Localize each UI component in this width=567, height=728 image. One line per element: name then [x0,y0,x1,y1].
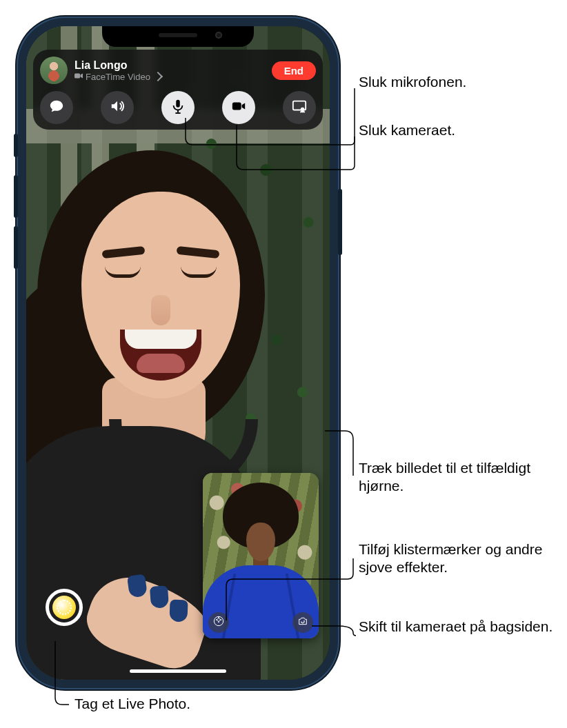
svg-rect-0 [74,73,80,78]
side-button-volume-down [14,226,18,269]
speaker-button[interactable] [101,91,134,124]
effects-button[interactable] [208,612,229,633]
callout-mic-off: Sluk mikrofonen. [359,73,466,91]
side-button-volume-up [14,175,18,218]
end-call-button[interactable]: End [272,61,316,80]
chevron-right-icon [153,72,163,81]
svg-rect-2 [177,110,179,113]
svg-rect-3 [175,112,180,114]
svg-rect-1 [176,100,180,108]
shareplay-button[interactable] [283,91,316,124]
camera-off-button[interactable] [222,91,255,124]
effects-star-icon [213,616,224,629]
camera-flip-icon [297,616,308,629]
callout-flip-camera: Skift til kameraet på bagsiden. [359,618,553,636]
facetime-controls-panel[interactable]: Lia Longo FaceTime Video End [33,50,323,130]
shareplay-icon [292,99,307,117]
call-type-row: FaceTime Video [74,72,265,82]
speaker-icon [110,99,125,117]
microphone-icon [170,99,186,117]
callout-live-photo: Tag et Live Photo. [74,695,190,713]
callout-camera-off: Sluk kameraet. [359,121,455,139]
home-indicator[interactable] [130,669,226,673]
callout-drag-pip: Træk billedet til et tilfældigt hjørne. [359,459,566,495]
caller-info[interactable]: Lia Longo FaceTime Video [74,59,265,82]
screen: Lia Longo FaceTime Video End [26,26,330,680]
video-icon [74,72,83,82]
live-photo-button[interactable] [46,589,83,626]
messages-button[interactable] [40,91,73,124]
svg-rect-4 [232,103,241,110]
side-button-power [338,189,342,255]
iphone-frame: Lia Longo FaceTime Video End [17,17,339,689]
messages-icon [49,99,64,117]
self-view-tile[interactable] [203,473,319,638]
call-type-label: FaceTime Video [86,72,150,82]
notch [102,26,254,47]
video-camera-icon [231,99,246,117]
flip-camera-button[interactable] [292,612,313,633]
side-button-silence [14,134,18,157]
mute-mic-button[interactable] [161,91,195,124]
caller-name: Lia Longo [74,59,265,72]
callout-effects: Tilføj klistermærker og andre sjove effe… [359,540,566,576]
caller-avatar[interactable] [40,57,68,84]
